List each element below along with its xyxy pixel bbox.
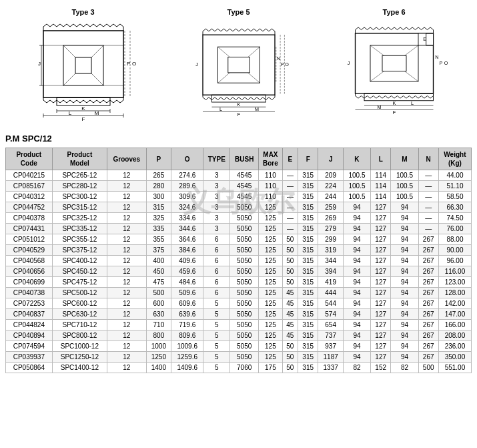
table-body: CP040215SPC265-1212265274.634545110—3152…: [6, 170, 472, 373]
table-cell: 6: [203, 256, 230, 266]
table-cell: 125: [259, 330, 283, 341]
type5-label: Type 5: [227, 8, 250, 16]
product-table: ProductCode ProductModel Grooves P O TYP…: [5, 148, 472, 373]
table-cell: 289.6: [171, 181, 203, 192]
table-cell: 500: [146, 288, 171, 298]
svg-text:J: J: [195, 61, 198, 67]
table-cell: 94: [343, 224, 370, 234]
table-cell: SPC800-12: [52, 330, 107, 341]
table-cell: SPC1400-12: [52, 363, 107, 373]
table-cell: 1000: [146, 341, 171, 352]
table-cell: 300: [146, 192, 171, 202]
table-cell: 394: [318, 266, 344, 277]
table-row: CP040894SPC800-1212800809.65505012545315…: [6, 330, 472, 341]
svg-text:O: O: [444, 60, 448, 66]
table-row: CP040215SPC265-1212265274.634545110—3152…: [6, 170, 472, 181]
table-cell: 44.00: [438, 170, 471, 181]
svg-text:F: F: [81, 116, 85, 122]
svg-text:O: O: [285, 61, 289, 67]
table-cell: 94: [391, 330, 418, 341]
table-cell: 3: [203, 202, 230, 213]
table-cell: 94: [391, 309, 418, 320]
table-row: CP040312SPC300-1212300309.634545110—3152…: [6, 192, 472, 202]
table-cell: 5050: [230, 234, 259, 245]
table-cell: 100.5: [343, 192, 370, 202]
table-cell: 384.6: [171, 245, 203, 256]
table-cell: 12: [107, 192, 146, 202]
table-cell: 315: [298, 256, 318, 266]
svg-text:L: L: [411, 100, 414, 106]
table-cell: 114: [371, 170, 391, 181]
table-cell: 12: [107, 277, 146, 288]
table-cell: 350.00: [438, 352, 471, 363]
table-cell: 355: [146, 234, 171, 245]
table-cell: —: [282, 202, 298, 213]
table-cell: SPC280-12: [52, 181, 107, 192]
diagram-type6: Type 6 E: [334, 8, 454, 126]
table-cell: 5050: [230, 277, 259, 288]
table-cell: CP040529: [6, 245, 53, 256]
table-cell: —: [282, 192, 298, 202]
table-cell: 45: [282, 320, 298, 330]
table-cell: 5: [203, 320, 230, 330]
table-cell: 12: [107, 330, 146, 341]
table-cell: 1337: [318, 363, 344, 373]
table-cell: 50: [282, 363, 298, 373]
table-cell: 267: [418, 277, 438, 288]
table-row: CP039937SPC1250-121212501259.65505012550…: [6, 352, 472, 363]
table-cell: 50: [282, 234, 298, 245]
table-cell: —: [418, 224, 438, 234]
table-cell: 125: [259, 288, 283, 298]
svg-rect-4: [75, 57, 91, 73]
table-cell: SPC355-12: [52, 234, 107, 245]
table-cell: SPC300-12: [52, 192, 107, 202]
col-e: E: [282, 148, 298, 170]
table-cell: 127: [371, 245, 391, 256]
table-cell: 5: [203, 352, 230, 363]
table-cell: 315: [298, 309, 318, 320]
table-cell: 100.5: [391, 170, 418, 181]
table-cell: 94: [391, 352, 418, 363]
table-cell: CP051012: [6, 234, 53, 245]
table-cell: 259: [318, 202, 344, 213]
table-row: CP040568SPC400-1212400409.66505012550315…: [6, 256, 472, 266]
table-cell: 5050: [230, 266, 259, 277]
table-cell: 94: [391, 224, 418, 234]
table-cell: 551.00: [438, 363, 471, 373]
table-cell: CP040894: [6, 330, 53, 341]
table-row: CP040699SPC475-1212475484.66505012550315…: [6, 277, 472, 288]
table-cell: 94: [343, 309, 370, 320]
table-cell: —: [418, 213, 438, 224]
table-cell: 409.6: [171, 256, 203, 266]
table-cell: 6: [203, 234, 230, 245]
table-cell: 315: [146, 202, 171, 213]
col-l: L: [371, 148, 391, 170]
table-cell: 937: [318, 341, 344, 352]
table-cell: 280: [146, 181, 171, 192]
table-cell: CP074594: [6, 341, 53, 352]
table-cell: 51.10: [438, 181, 471, 192]
diagrams-row: Type 3: [5, 5, 472, 128]
table-cell: SPC630-12: [52, 309, 107, 320]
table-cell: 267: [418, 288, 438, 298]
table-cell: 94: [343, 266, 370, 277]
table-cell: 3: [203, 224, 230, 234]
table-cell: CP039937: [6, 352, 53, 363]
table-cell: 125: [259, 213, 283, 224]
table-cell: 224: [318, 181, 344, 192]
table-row: CP044824SPC710-1212710719.65505012545315…: [6, 320, 472, 330]
table-cell: CP040738: [6, 288, 53, 298]
table-cell: 1409.6: [171, 363, 203, 373]
table-cell: 94: [343, 320, 370, 330]
table-header-row: ProductCode ProductModel Grooves P O TYP…: [6, 148, 472, 170]
table-cell: 315: [298, 288, 318, 298]
diagram-type5: Type 5: [179, 8, 299, 126]
table-cell: 1250: [146, 352, 171, 363]
table-row: CP044752SPC315-1212315324.635050125—3152…: [6, 202, 472, 213]
table-cell: 5050: [230, 288, 259, 298]
table-cell: 719.6: [171, 320, 203, 330]
table-cell: 45: [282, 298, 298, 309]
table-cell: 4545: [230, 181, 259, 192]
table-cell: 12: [107, 288, 146, 298]
table-cell: 110: [259, 170, 283, 181]
